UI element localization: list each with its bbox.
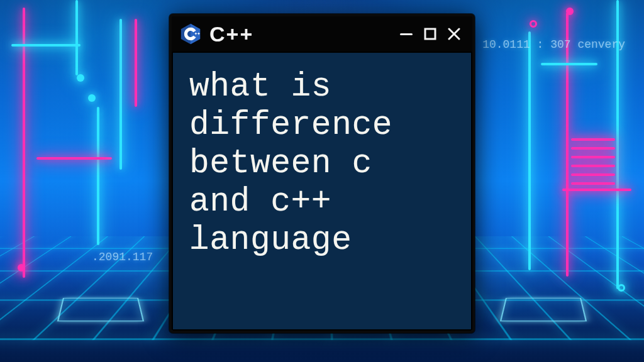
neon-stripes [571,132,615,191]
title-bar[interactable]: C++ [172,16,472,53]
background-scene: .2091.117 10.0111 : 307 cenvery C++ [0,0,644,362]
floor-pad-left [57,298,144,321]
neon-node [77,74,84,82]
terminal-window: C++ what is difference betwe [169,14,475,333]
neon-line [11,44,80,47]
maximize-button[interactable] [421,25,440,43]
floor-pad-right [500,298,587,321]
neon-line [135,19,137,107]
bg-label-left: .2091.117 [92,251,153,263]
window-title: C++ [209,23,389,45]
neon-line [541,63,597,65]
neon-line [119,19,122,170]
neon-node [618,284,625,292]
minimize-icon [400,33,413,35]
neon-line [23,8,25,278]
maximize-icon [424,28,436,40]
neon-node [566,8,574,15]
minimize-button[interactable] [397,25,416,43]
close-icon [447,27,461,41]
terminal-content: what is difference between c and c++ lan… [172,53,472,275]
neon-node [530,20,537,28]
cpp-icon [179,23,202,45]
bg-label-right: 10.0111 : 307 cenvery [482,39,625,50]
neon-line [75,0,78,75]
neon-line [97,107,99,245]
window-controls [397,25,464,43]
close-button[interactable] [445,25,464,43]
svg-rect-2 [425,29,435,39]
neon-line [566,13,569,277]
neon-line [36,157,112,160]
neon-line [528,31,531,270]
neon-node [88,94,96,102]
neon-node [18,264,25,272]
